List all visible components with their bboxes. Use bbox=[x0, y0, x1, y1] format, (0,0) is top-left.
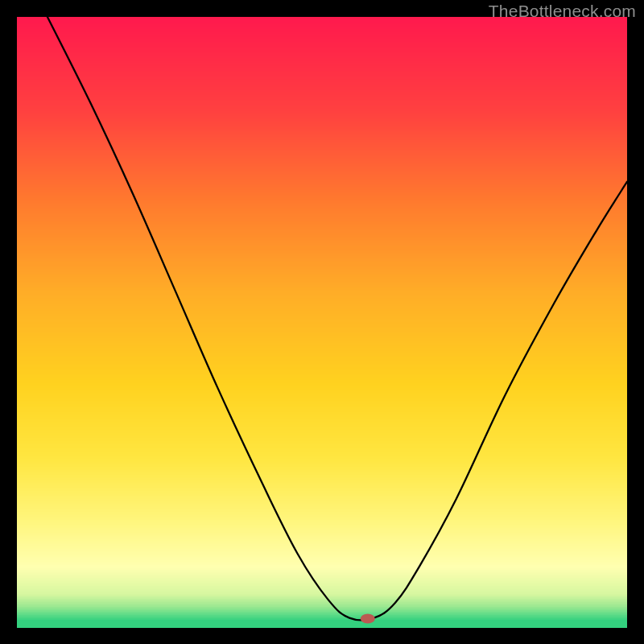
optimum-marker bbox=[361, 613, 375, 623]
bottleneck-curve bbox=[47, 17, 627, 620]
plot-area bbox=[17, 17, 627, 627]
curve-layer bbox=[17, 17, 627, 627]
outer-frame: TheBottleneck.com bbox=[0, 0, 644, 644]
